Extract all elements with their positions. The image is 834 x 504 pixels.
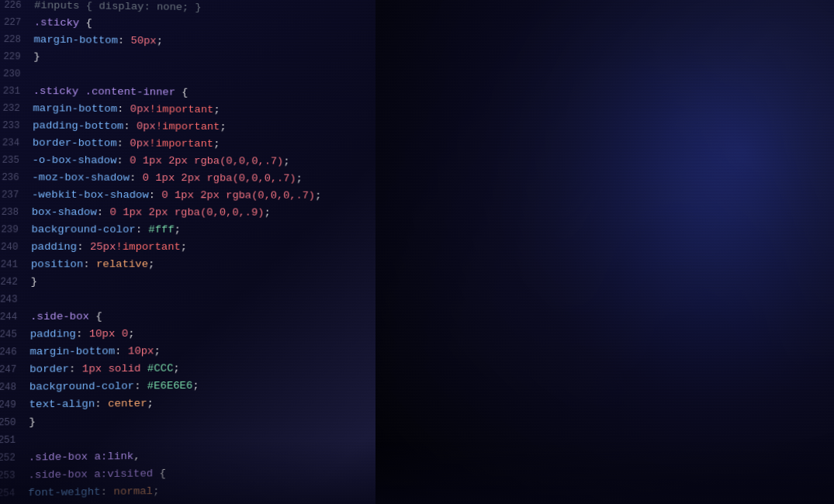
code-token: } xyxy=(29,416,36,429)
code-token: background-color xyxy=(31,223,135,235)
code-token: ; xyxy=(315,190,321,202)
line-number: 245 xyxy=(0,326,30,343)
code-token: #fff xyxy=(148,224,174,236)
code-token: border xyxy=(29,363,69,375)
code-token: position xyxy=(31,258,84,270)
code-token: : xyxy=(83,258,96,270)
code-token: #E6E6E6 xyxy=(147,380,193,392)
code-token: -webkit-box-shadow xyxy=(32,189,149,202)
code-token: ; xyxy=(153,485,160,498)
line-number: 248 xyxy=(0,378,29,396)
line-number: 230 xyxy=(0,65,33,83)
code-token: box-shadow xyxy=(32,206,97,218)
code-token: .sticky xyxy=(33,85,85,98)
code-token: .side-box a:link xyxy=(29,450,134,464)
code-token: } xyxy=(33,51,40,63)
code-token: 0 1px 2px rgba(0,0,0,.7) xyxy=(161,189,315,202)
code-token: ! xyxy=(150,103,156,115)
code-token: ; xyxy=(283,156,289,167)
line-number: 246 xyxy=(0,343,30,361)
perspective-wrap: 226 #inputs { display: none; }227.sticky… xyxy=(0,0,828,504)
code-token: important xyxy=(156,103,213,116)
code-content: -webkit-box-shadow: 0 1px 2px rgba(0,0,0… xyxy=(32,186,535,205)
code-token: : xyxy=(136,223,149,235)
line-number: 251 xyxy=(0,431,29,449)
code-token: important xyxy=(156,138,214,150)
line-number: 253 xyxy=(0,467,29,485)
code-token: ! xyxy=(149,138,155,150)
code-token: relative xyxy=(96,258,148,270)
code-token: { xyxy=(175,87,189,98)
code-token: -moz-box-shadow xyxy=(32,171,130,184)
code-line: 238 box-shadow: 0 1px 2px rgba(0,0,0,.9)… xyxy=(0,204,542,223)
code-token: : xyxy=(149,189,162,201)
code-token: 0 1px 2px rgba(0,0,0,.9) xyxy=(109,206,264,219)
line-number: 229 xyxy=(0,48,33,66)
line-number: 241 xyxy=(0,256,31,274)
code-token: font-weight xyxy=(28,486,101,499)
code-token: : xyxy=(97,206,110,218)
code-token: text-align xyxy=(29,398,95,410)
code-token: : xyxy=(116,154,130,166)
code-token: ; xyxy=(264,207,270,219)
code-content: } xyxy=(30,273,536,291)
line-number: 234 xyxy=(0,134,33,152)
code-token: { xyxy=(79,17,92,29)
code-token: center xyxy=(108,398,147,410)
code-token: ; xyxy=(220,121,226,133)
code-token: : xyxy=(115,345,128,357)
code-token: margin-bottom xyxy=(33,102,117,115)
code-token: background-color xyxy=(29,380,134,392)
code-token: 50px xyxy=(130,35,156,47)
code-token: #CCC xyxy=(147,362,174,375)
line-number: 247 xyxy=(0,361,29,378)
code-token: : xyxy=(117,137,130,149)
code-token: .side-box xyxy=(30,310,89,323)
code-content: -o-box-shadow: 0 1px 2px rgba(0,0,0,.7); xyxy=(32,152,535,171)
code-token: 10px 0 xyxy=(89,328,129,340)
code-token: important xyxy=(123,241,181,253)
code-token: padding xyxy=(30,328,76,340)
line-number: 250 xyxy=(0,414,29,432)
code-line: 239 background-color: #fff; xyxy=(0,221,542,239)
line-number: 226 xyxy=(0,0,34,14)
line-number: 239 xyxy=(0,221,32,239)
code-token: , xyxy=(133,450,140,463)
line-number: 235 xyxy=(0,152,33,170)
code-token: } xyxy=(31,276,38,288)
line-number: 236 xyxy=(0,169,32,187)
code-token: 25px xyxy=(90,241,116,253)
code-token: ; xyxy=(181,241,187,253)
code-token: ; xyxy=(147,398,154,409)
code-token: : xyxy=(95,398,108,410)
code-token: ; xyxy=(213,138,220,150)
screen: 226 #inputs { display: none; }227.sticky… xyxy=(0,0,834,504)
code-line: 236 -moz-box-shadow: 0 1px 2px rgba(0,0,… xyxy=(0,169,542,188)
code-token: ; xyxy=(213,104,220,116)
line-number: 240 xyxy=(0,239,31,256)
line-number: 227 xyxy=(0,14,34,32)
code-editor: 226 #inputs { display: none; }227.sticky… xyxy=(0,0,544,504)
line-number: 233 xyxy=(0,117,33,135)
code-token: margin-bottom xyxy=(29,345,115,357)
code-token: : xyxy=(100,485,113,498)
code-content: position: relative; xyxy=(31,256,536,274)
code-line: 242} xyxy=(0,273,542,291)
code-content: .side-box { xyxy=(30,307,536,326)
code-line: 241 position: relative; xyxy=(0,256,542,274)
line-number: 244 xyxy=(0,309,30,326)
code-token: : xyxy=(130,172,143,184)
code-token: : xyxy=(118,35,131,47)
line-number: 228 xyxy=(0,31,34,49)
code-token: ; xyxy=(192,380,199,392)
line-number: 254 xyxy=(0,485,28,502)
code-token: ; xyxy=(296,173,303,185)
code-token: .side-box a:visited xyxy=(28,468,153,481)
code-token: important xyxy=(162,121,220,133)
code-content: padding: 25px!important; xyxy=(31,239,536,256)
code-content xyxy=(30,301,536,302)
code-token: : xyxy=(117,103,130,115)
code-content xyxy=(29,437,537,443)
code-token: ; xyxy=(157,35,163,47)
code-token: ; xyxy=(154,345,160,357)
